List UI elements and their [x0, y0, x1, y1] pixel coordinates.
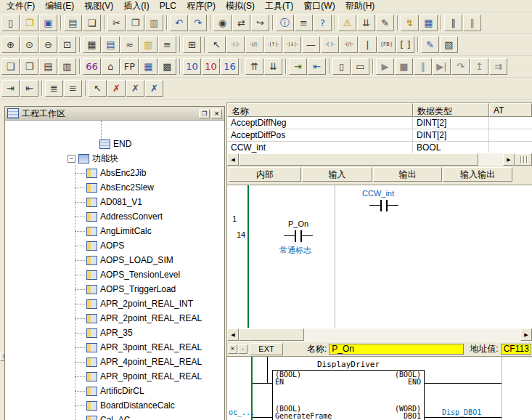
resize-grip[interactable] [515, 153, 532, 166]
tree-item-function-block[interactable]: APR_2point_REAL_REAL [5, 311, 224, 326]
function-block-ladder-view[interactable]: DisplayDriver (BOOL) EN (BOOL) ENO (BOOL… [227, 356, 532, 420]
transfer-from-plc-icon[interactable]: ⇤ [308, 58, 326, 75]
pane-dock-button[interactable]: ▫ [238, 344, 247, 354]
step-icon[interactable]: ▶| [433, 58, 451, 75]
step-out-icon[interactable]: ↥ [470, 58, 488, 75]
zoom-in-icon[interactable]: ⊕ [1, 36, 20, 53]
menu-item[interactable]: 插入(I) [118, 0, 154, 13]
io-comment-icon[interactable]: ✎ [421, 36, 439, 53]
workspace-title-bar[interactable]: 工程工作区 ❐ ✕ [5, 107, 224, 121]
menu-item[interactable]: 帮助(H) [340, 0, 380, 13]
align-list-icon[interactable]: ≣ [45, 80, 63, 97]
tree-item-function-block[interactable]: APR_3point_REAL_REAL [5, 340, 224, 355]
cross-reference-icon[interactable]: 66 [83, 58, 101, 75]
contact-up-icon[interactable]: -|↑|- [264, 36, 282, 53]
scrollbar-thumb[interactable] [239, 328, 304, 341]
show-grid-icon[interactable]: ▦ [83, 36, 101, 53]
go-to-icon[interactable]: ↖ [89, 80, 107, 97]
contact-p-on[interactable] [284, 230, 313, 243]
menu-item[interactable]: 窗口(W) [298, 0, 340, 13]
scroll-left-button[interactable]: ◀ [227, 328, 239, 341]
menu-item[interactable]: PLC [155, 0, 181, 12]
pane-close-button[interactable]: ✕ [228, 344, 237, 354]
new-window-icon[interactable]: ❑ [1, 58, 20, 75]
tree-item-function-block[interactable]: AddressConvert [5, 209, 224, 224]
help-icon[interactable]: ? [314, 15, 332, 31]
operand-address-field[interactable]: CF113 [501, 344, 531, 355]
tree-item-function-block[interactable]: AngLimitCalc [5, 224, 224, 238]
tree-item-function-block[interactable]: APR_4point_REAL_REAL [5, 355, 224, 369]
tree-item-function-block[interactable]: AOPS [5, 238, 224, 253]
signed-decimal-icon[interactable]: 10 [202, 58, 220, 75]
pause-icon[interactable]: ∥ [463, 15, 481, 31]
column-header[interactable]: 数据类型 [413, 103, 489, 117]
contact-nc-icon[interactable]: -|/|- [245, 36, 263, 53]
column-header[interactable]: AT [489, 103, 532, 117]
collapse-icon[interactable]: − [67, 155, 75, 163]
monitor-icon[interactable]: ▦ [420, 15, 438, 31]
tree-item-function-block[interactable]: AbsEnc2Jib [5, 166, 224, 180]
program-view-icon[interactable]: ▧ [440, 36, 458, 53]
info-icon[interactable]: ⓘ [276, 15, 294, 31]
print-preview-icon[interactable]: ❏ [83, 15, 101, 31]
vertical-line-icon[interactable]: | [359, 36, 377, 53]
pause-monitor-icon[interactable]: ∥ [444, 15, 462, 31]
new-file-icon[interactable]: ▯ [1, 15, 20, 31]
hex-monitor-icon[interactable]: 16 [221, 58, 239, 75]
zoom-out-icon[interactable]: ⊖ [39, 36, 57, 53]
sections-icon[interactable]: ▤ [102, 36, 120, 53]
align-rungs-icon[interactable]: ≡ [64, 80, 82, 97]
compile-all-icon[interactable]: ⇊ [357, 15, 375, 31]
contact-down-icon[interactable]: -|↓|- [283, 36, 301, 53]
rung-edit-icon[interactable]: ⊞ [183, 36, 201, 53]
close-icon[interactable]: ✕ [211, 109, 222, 118]
tree-item-function-block[interactable]: AOPS_TriggerLoad [5, 282, 224, 296]
work-online-icon[interactable]: ↯ [401, 15, 419, 31]
open-icon[interactable]: ❐ [20, 15, 38, 31]
tree-item-end[interactable]: END [5, 137, 224, 151]
tab-input-output[interactable]: 输入输出 [443, 167, 512, 182]
rung-wrap-icon[interactable]: ≈ [120, 36, 139, 53]
scroll-right-button[interactable]: ▶ [520, 328, 532, 341]
tree-item-function-block[interactable]: AbsEnc2Slew [5, 180, 224, 195]
tree-item-function-block[interactable]: ArtificDirCL [5, 384, 224, 398]
copy-icon[interactable]: ❐ [126, 15, 144, 31]
stop-icon[interactable]: ■ [395, 58, 413, 75]
memory-view-icon[interactable]: ▩ [158, 58, 176, 75]
scroll-left-button[interactable]: ◀ [227, 153, 239, 166]
menu-item[interactable]: 文件(F) [1, 0, 40, 13]
menu-item[interactable]: 程序(P) [181, 0, 221, 13]
compile-icon[interactable]: ⚠ [338, 15, 356, 31]
remove-cross-icon[interactable]: ✗ [145, 80, 163, 97]
tab-input[interactable]: 输入 [302, 167, 372, 182]
watch-window-icon[interactable]: FP [120, 58, 139, 75]
table-row[interactable]: CCW_int BOOL [227, 142, 532, 153]
tree-item-function-block[interactable]: APR_9point_REAL_REAL [5, 369, 224, 384]
indent-rung-icon[interactable]: ⇥ [1, 80, 20, 97]
select-tool-icon[interactable]: ↖ [208, 36, 226, 53]
tree-item-function-block[interactable]: APR_2point_REAL_INT [5, 296, 224, 311]
contact-ccw-int[interactable] [369, 199, 398, 212]
clear-cross-icon[interactable]: ✗ [107, 80, 126, 97]
rung-comment-icon[interactable]: ≡ [158, 36, 176, 53]
address-reference-icon[interactable]: ⌂ [102, 58, 120, 75]
contact-no-icon[interactable]: -| |- [226, 36, 245, 53]
scroll-right-button[interactable]: ▶ [503, 153, 515, 166]
ladder-editor[interactable]: 1 14 CCW_int P_On 常通标志 [227, 185, 532, 328]
column-header[interactable]: 名称 [227, 103, 413, 117]
print-icon[interactable]: ▤ [64, 15, 82, 31]
tree-item-function-block[interactable]: AOPS_LOAD_SIM [5, 253, 224, 267]
program-mode-icon[interactable]: ▭ [351, 58, 369, 75]
tree-folder-function-blocks[interactable]: − 功能块 [5, 151, 224, 166]
fb-invoke-icon[interactable]: {FB} [377, 36, 396, 53]
horizontal-line-icon[interactable]: — [302, 36, 320, 53]
monitor-mode-icon[interactable]: ▯ [332, 58, 351, 75]
force-off-icon[interactable]: ⇊ [264, 58, 282, 75]
tab-internal[interactable]: 内部 [229, 167, 301, 182]
zoom-tool-icon[interactable]: ⊙ [20, 36, 38, 53]
tile-horizontal-icon[interactable]: ▤ [39, 58, 57, 75]
find-icon[interactable]: ◉ [213, 15, 232, 31]
table-row[interactable]: AcceptDiffNeg DINT[2] [227, 117, 532, 129]
instruction-icon[interactable]: [ ] [396, 36, 414, 53]
coil-nc-icon[interactable]: -(/)- [340, 36, 358, 53]
